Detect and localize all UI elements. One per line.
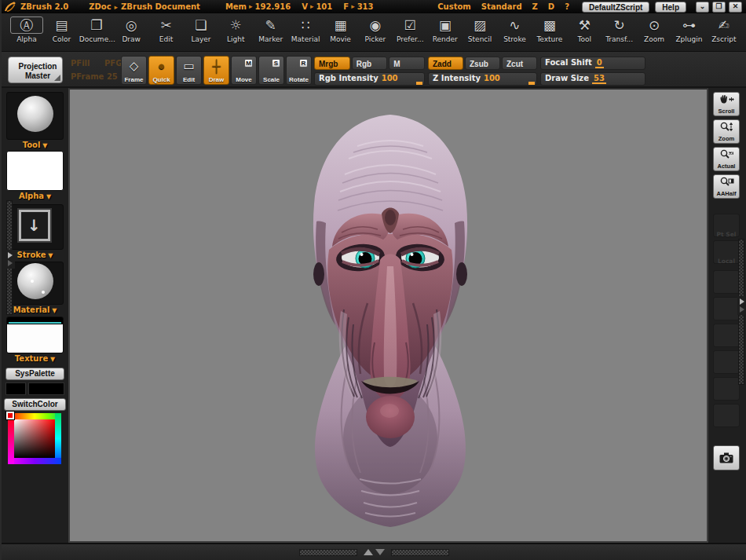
palette-item-label: Picker bbox=[358, 35, 393, 43]
secondary-color-swatch[interactable] bbox=[28, 382, 64, 395]
zscript-icon: ✍ bbox=[707, 16, 741, 35]
hue-gradient-right[interactable] bbox=[55, 413, 61, 464]
menu-z[interactable]: Z bbox=[532, 2, 538, 11]
tool-dropdown[interactable]: Tool ▼ bbox=[6, 141, 64, 149]
help-button[interactable]: Help bbox=[655, 2, 686, 13]
close-button[interactable]: ✕ bbox=[729, 2, 742, 13]
tool-thumbnail[interactable] bbox=[6, 92, 64, 140]
minimize-button[interactable]: ⌄ bbox=[696, 2, 709, 13]
material-sphere-icon bbox=[17, 263, 53, 299]
rgb-intensity-slider[interactable]: Rgb Intensity100 bbox=[314, 72, 425, 86]
edit-mode-button[interactable]: ▭Edit bbox=[176, 56, 202, 85]
slider-value: 100 bbox=[484, 74, 500, 82]
palette-item-render[interactable]: ▣Render bbox=[428, 16, 463, 43]
palette-item-marker[interactable]: ✎Marker bbox=[254, 16, 288, 43]
palette-item-prefer[interactable]: ☑Prefer... bbox=[393, 16, 427, 43]
zadd-button[interactable]: Zadd bbox=[428, 57, 463, 70]
camera-snapshot-button[interactable] bbox=[713, 445, 740, 470]
picker-cursor[interactable] bbox=[6, 412, 14, 419]
palette-item-alpha[interactable]: ⒶAlpha bbox=[9, 16, 44, 43]
menu-[interactable]: ? bbox=[565, 2, 569, 11]
menu-standard[interactable]: Standard bbox=[481, 2, 522, 11]
palette-item-tool[interactable]: ⚒Tool bbox=[567, 16, 602, 43]
document-canvas[interactable] bbox=[68, 88, 708, 543]
stat-v: V▸101 bbox=[302, 2, 332, 11]
z-intensity-slider[interactable]: Z Intensity100 bbox=[428, 72, 537, 86]
zoom-button[interactable]: Zoom bbox=[713, 119, 740, 144]
aahalf-button[interactable]: AAHalf bbox=[713, 174, 740, 199]
rotate-mode-button[interactable]: RRotate bbox=[286, 56, 312, 85]
palette-item-stroke[interactable]: ∿Stroke bbox=[497, 16, 532, 43]
sys-palette-button[interactable]: SysPalette bbox=[5, 368, 64, 380]
texture-thumbnail[interactable] bbox=[6, 317, 64, 353]
stroke-path-icon: ∿ bbox=[497, 16, 532, 35]
palette-item-zscript[interactable]: ✍Zscript bbox=[707, 16, 741, 43]
arrow-down-icon[interactable] bbox=[375, 549, 385, 555]
zcut-button[interactable]: Zcut bbox=[502, 57, 537, 70]
m-button[interactable]: M bbox=[389, 57, 425, 70]
color-picker[interactable] bbox=[8, 413, 61, 464]
palette-item-docume[interactable]: ❐Docume... bbox=[79, 16, 114, 43]
right-panel-scrollbar[interactable] bbox=[738, 239, 744, 385]
mrgb-button[interactable]: Mrgb bbox=[314, 57, 350, 70]
transform-rotate-icon: ↻ bbox=[602, 16, 637, 35]
menu-d[interactable]: D bbox=[548, 2, 554, 11]
tray-toggle-arrows[interactable] bbox=[364, 549, 385, 555]
actual-button[interactable]: Actual bbox=[713, 147, 740, 171]
hue-gradient-left[interactable] bbox=[8, 413, 14, 464]
move-mode-button[interactable]: MMove bbox=[231, 56, 257, 85]
scroll-button[interactable]: Scroll bbox=[713, 92, 740, 116]
app-title: ZBrush 2.0 bbox=[20, 2, 68, 11]
palette-item-edit[interactable]: ✂Edit bbox=[149, 16, 184, 43]
switch-color-button[interactable]: SwitchColor bbox=[4, 398, 66, 411]
rgb-button[interactable]: Rgb bbox=[352, 57, 388, 70]
stroke-thumbnail[interactable]: ↓ bbox=[6, 204, 64, 250]
palette-item-label: Draw bbox=[114, 35, 148, 43]
palette-item-label: Layer bbox=[184, 35, 218, 43]
palette-item-zplugin[interactable]: ⊶Zplugin bbox=[671, 16, 706, 43]
hue-gradient-bottom[interactable] bbox=[8, 458, 61, 464]
divider-texture[interactable] bbox=[391, 549, 449, 556]
palette-item-color[interactable]: ▤Color bbox=[44, 16, 79, 43]
draw-size-slider[interactable]: Draw Size53 bbox=[540, 72, 645, 86]
menu-custom[interactable]: Custom bbox=[437, 2, 470, 11]
stat-value: 313 bbox=[357, 2, 374, 11]
projection-master-button[interactable]: Projection Master bbox=[8, 57, 63, 83]
palette-item-layer[interactable]: ❏Layer bbox=[184, 16, 218, 43]
scale-mode-button[interactable]: SScale bbox=[258, 56, 284, 85]
palette-item-material[interactable]: ∷Material bbox=[288, 16, 323, 43]
stat-label: V bbox=[302, 2, 308, 11]
hue-gradient-top[interactable] bbox=[8, 413, 61, 419]
divider-texture[interactable] bbox=[299, 549, 357, 556]
draw-mode-button[interactable]: ┼Draw bbox=[203, 56, 229, 85]
palette-item-transf[interactable]: ↻Transf... bbox=[602, 16, 637, 43]
palette-item-stencil[interactable]: ▨Stencil bbox=[463, 16, 497, 43]
defaultzscript-button[interactable]: DefaultZScript bbox=[582, 2, 649, 13]
panel-resize-arrows-icon[interactable] bbox=[737, 296, 746, 315]
main-color-swatch[interactable] bbox=[5, 382, 26, 395]
palette-item-picker[interactable]: ◉Picker bbox=[358, 16, 393, 43]
stroke-dropdown[interactable]: Stroke ▼ bbox=[6, 251, 64, 259]
slider-handle[interactable] bbox=[416, 82, 422, 85]
palette-item-zoom[interactable]: ⊙Zoom bbox=[637, 16, 671, 43]
alpha-thumbnail[interactable] bbox=[6, 151, 64, 191]
doc-menu[interactable]: ZDoc bbox=[89, 2, 111, 11]
marker-pen-icon: ✎ bbox=[254, 16, 288, 35]
scale-icon: S bbox=[272, 59, 280, 68]
zsub-button[interactable]: Zsub bbox=[465, 57, 500, 70]
palette-item-texture[interactable]: ▩Texture bbox=[532, 16, 567, 43]
palette-item-label: Render bbox=[428, 35, 463, 43]
restore-button[interactable]: ❐ bbox=[712, 2, 726, 13]
texture-dropdown[interactable]: Texture ▼ bbox=[6, 354, 64, 363]
slider-handle[interactable] bbox=[528, 82, 535, 85]
alpha-dropdown[interactable]: Alpha ▼ bbox=[6, 192, 64, 200]
quick-mode-button[interactable]: ●Quick bbox=[148, 56, 174, 85]
arrow-up-icon[interactable] bbox=[364, 549, 373, 555]
material-dropdown[interactable]: Material ▼ bbox=[6, 306, 64, 314]
saturation-value-box[interactable] bbox=[14, 419, 55, 458]
frame-mode-button[interactable]: ◇Frame bbox=[121, 56, 147, 85]
palette-item-movie[interactable]: ▦Movie bbox=[324, 16, 358, 43]
palette-item-light[interactable]: ☼Light bbox=[218, 16, 253, 43]
focal-shift-slider[interactable]: Focal Shift0 bbox=[540, 57, 645, 70]
palette-item-draw[interactable]: ◎Draw bbox=[114, 16, 148, 43]
